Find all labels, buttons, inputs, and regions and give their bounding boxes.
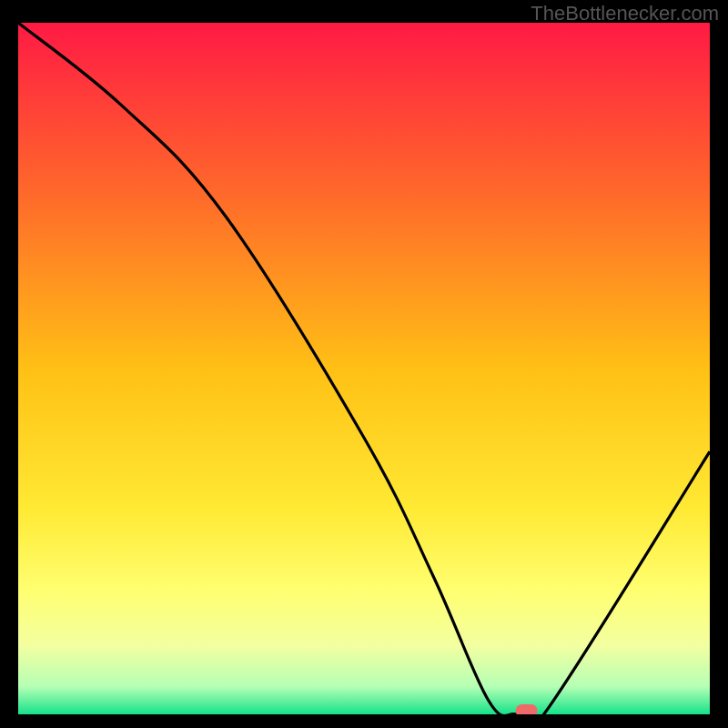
plot-frame — [18, 23, 710, 714]
plot-svg — [18, 23, 710, 714]
watermark-text: TheBottlenecker.com — [531, 2, 719, 25]
chart-container: TheBottlenecker.com — [0, 0, 728, 728]
gradient-background — [18, 23, 710, 714]
optimal-marker — [516, 704, 538, 714]
